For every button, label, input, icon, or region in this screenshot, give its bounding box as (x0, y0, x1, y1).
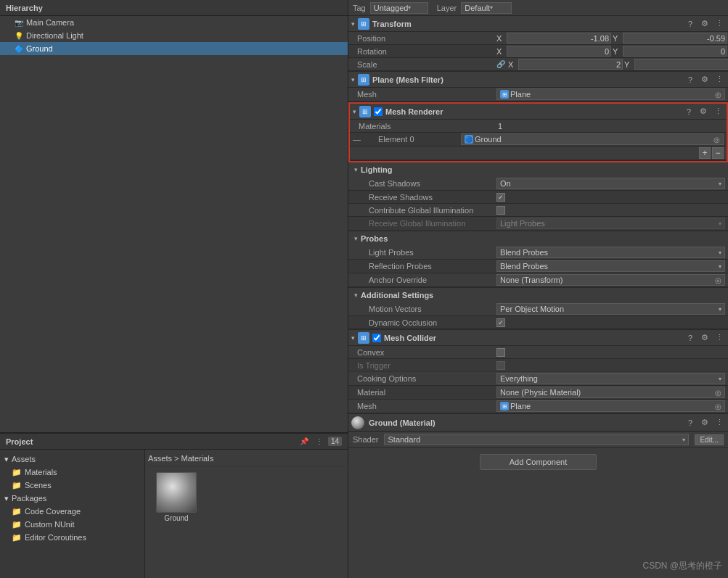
tree-item-assets[interactable]: ▾ Assets (0, 453, 144, 466)
additional-settings-title: Additional Settings (361, 291, 433, 300)
collider-mesh-label: Mesh (348, 401, 494, 411)
additional-settings-header[interactable]: ▾ Additional Settings (348, 288, 728, 302)
element0-field[interactable]: 🔵 Ground ◎ (461, 133, 724, 145)
mesh-filter-mesh-field[interactable]: ⊞ Plane ◎ (496, 88, 725, 100)
tag-dropdown[interactable]: Untagged ▾ (370, 2, 428, 14)
motion-vectors-dropdown[interactable]: Per Object Motion ▾ (496, 303, 725, 315)
mesh-filter-settings-btn[interactable]: ⚙ (699, 74, 711, 86)
folder-icon-scenes: 📁 (12, 481, 22, 490)
ground-mat-help-btn[interactable]: ? (684, 417, 696, 429)
add-component-btn[interactable]: Add Component (480, 454, 597, 470)
transform-help-btn[interactable]: ? (684, 18, 696, 30)
project-menu-btn[interactable]: ⋮ (314, 437, 325, 446)
mesh-filter-menu-btn[interactable]: ⋮ (713, 74, 725, 86)
tree-item-code-coverage[interactable]: 📁 Code Coverage (0, 505, 144, 518)
ground-material-title: Ground (Material) (369, 418, 684, 427)
pos-x-input[interactable] (507, 33, 611, 44)
contribute-gi-checkbox[interactable] (496, 206, 505, 215)
tree-item-editor-coroutines[interactable]: 📁 Editor Coroutines (0, 531, 144, 544)
mesh-collider-checkbox[interactable] (372, 334, 381, 342)
materials-plus-btn[interactable]: + (699, 147, 711, 159)
ground-mat-settings-btn[interactable]: ⚙ (699, 417, 711, 429)
materials-minus-btn[interactable]: − (712, 147, 724, 159)
light-probes-dropdown[interactable]: Blend Probes ▾ (496, 247, 725, 258)
mesh-renderer-checkbox[interactable] (374, 107, 383, 116)
collider-mesh-field[interactable]: ⊞ Plane ◎ (496, 400, 725, 412)
mesh-filter-mesh-row: Mesh ⊞ Plane ◎ (348, 88, 728, 102)
folder-icon-nunit: 📁 (12, 520, 22, 529)
scale-y-input[interactable] (634, 59, 728, 70)
contribute-gi-checkbox-area (494, 205, 728, 215)
mesh-collider-settings-btn[interactable]: ⚙ (699, 332, 711, 344)
collider-mesh-row: Mesh ⊞ Plane ◎ (348, 400, 728, 413)
reflection-probes-arrow: ▾ (719, 263, 721, 270)
materials-count: 1 (495, 121, 727, 131)
mesh-renderer-help-btn[interactable]: ? (683, 106, 695, 117)
mesh-renderer-settings-btn[interactable]: ⚙ (698, 106, 709, 117)
mesh-renderer-header[interactable]: ▾ ⊞ Mesh Renderer ? ⚙ ⋮ (350, 104, 727, 120)
transform-header[interactable]: ▾ ⊞ Transform ? ⚙ ⋮ (348, 16, 728, 32)
anchor-override-field[interactable]: None (Transform) ◎ (496, 274, 725, 286)
tag-arrow: ▾ (408, 4, 411, 11)
folder-expand-icon: ▾ (4, 455, 9, 464)
ground-mat-menu-btn[interactable]: ⋮ (713, 417, 725, 429)
mesh-collider-help-btn[interactable]: ? (684, 332, 696, 344)
cast-shadows-label: Cast Shadows (348, 178, 494, 189)
transform-icon: ⊞ (358, 18, 369, 30)
dynamic-occlusion-checkbox[interactable] (496, 318, 505, 327)
project-pin-btn[interactable]: 📌 (298, 437, 311, 446)
rot-y-input[interactable] (623, 46, 727, 57)
asset-ground-material[interactable]: Ground (151, 472, 202, 522)
lighting-header[interactable]: ▾ Lighting (348, 162, 728, 177)
layer-value: Default (465, 4, 490, 12)
receive-shadows-checkbox[interactable] (496, 193, 505, 202)
motion-vectors-arrow: ▾ (719, 306, 721, 313)
scale-x-input[interactable] (518, 59, 623, 70)
rot-x-input[interactable] (507, 46, 611, 57)
rotation-xyz: X Y Z (494, 46, 728, 57)
mesh-filter-help-btn[interactable]: ? (684, 74, 696, 86)
mesh-collider-menu-btn[interactable]: ⋮ (713, 332, 725, 344)
probes-header[interactable]: ▾ Probes (348, 231, 728, 246)
convex-checkbox[interactable] (496, 348, 505, 357)
tree-item-packages[interactable]: ▾ Packages (0, 492, 144, 505)
mesh-renderer-body: Materials 1 — Element 0 🔵 Ground ◎ (350, 120, 727, 160)
dynamic-occlusion-row: Dynamic Occlusion (348, 316, 728, 329)
is-trigger-checkbox-area (494, 360, 728, 371)
mesh-renderer-actions: ? ⚙ ⋮ (683, 106, 724, 117)
hierarchy-item-ground[interactable]: 🔷 Ground (0, 42, 348, 55)
hierarchy-item-main-camera[interactable]: 📷 Main Camera (0, 16, 348, 29)
tree-item-custom-nunit[interactable]: 📁 Custom NUnit (0, 518, 144, 531)
ground-material-header[interactable]: Ground (Material) ? ⚙ ⋮ (348, 414, 728, 432)
x-label: X (496, 34, 505, 43)
shader-dropdown[interactable]: Standard ▾ (384, 434, 689, 445)
tree-item-scenes[interactable]: 📁 Scenes (0, 479, 144, 492)
tree-assets-label: Assets (12, 455, 36, 463)
mesh-collider-actions: ? ⚙ ⋮ (684, 332, 725, 344)
reflection-probes-dropdown[interactable]: Blend Probes ▾ (496, 260, 725, 272)
pos-y-field: Y (613, 33, 727, 44)
motion-vectors-row: Motion Vectors Per Object Motion ▾ (348, 302, 728, 316)
shader-value: Standard (388, 435, 420, 444)
reflection-probes-value: Blend Probes (500, 262, 548, 271)
mesh-filter-header[interactable]: ▾ ⊞ Plane (Mesh Filter) ? ⚙ ⋮ (348, 72, 728, 88)
mesh-circle-icon: ◎ (715, 91, 721, 99)
receive-gi-dropdown: Light Probes ▾ (496, 218, 725, 229)
edit-shader-btn[interactable]: Edit... (695, 434, 724, 445)
layer-dropdown[interactable]: Default ▾ (461, 2, 512, 14)
mesh-renderer-menu-btn[interactable]: ⋮ (712, 106, 724, 117)
pos-y-input[interactable] (623, 33, 727, 44)
probes-arrow: ▾ (354, 235, 358, 242)
collider-material-field[interactable]: None (Physic Material) ◎ (496, 387, 725, 398)
hierarchy-item-directional-light[interactable]: 💡 Directional Light (0, 29, 348, 42)
transform-settings-btn[interactable]: ⚙ (699, 18, 711, 30)
tree-item-materials[interactable]: 📁 Materials (0, 466, 144, 479)
cast-shadows-dropdown[interactable]: On ▾ (496, 178, 725, 189)
cooking-options-dropdown[interactable]: Everything ▾ (496, 373, 725, 384)
light-probes-arrow: ▾ (719, 249, 721, 256)
receive-gi-label: Receive Global Illumination (348, 218, 494, 228)
transform-menu-btn[interactable]: ⋮ (713, 18, 725, 30)
mesh-collider-header[interactable]: ▾ ⊞ Mesh Collider ? ⚙ ⋮ (348, 330, 728, 346)
receive-shadows-row: Receive Shadows (348, 191, 728, 204)
collider-material-circle: ◎ (715, 389, 721, 397)
